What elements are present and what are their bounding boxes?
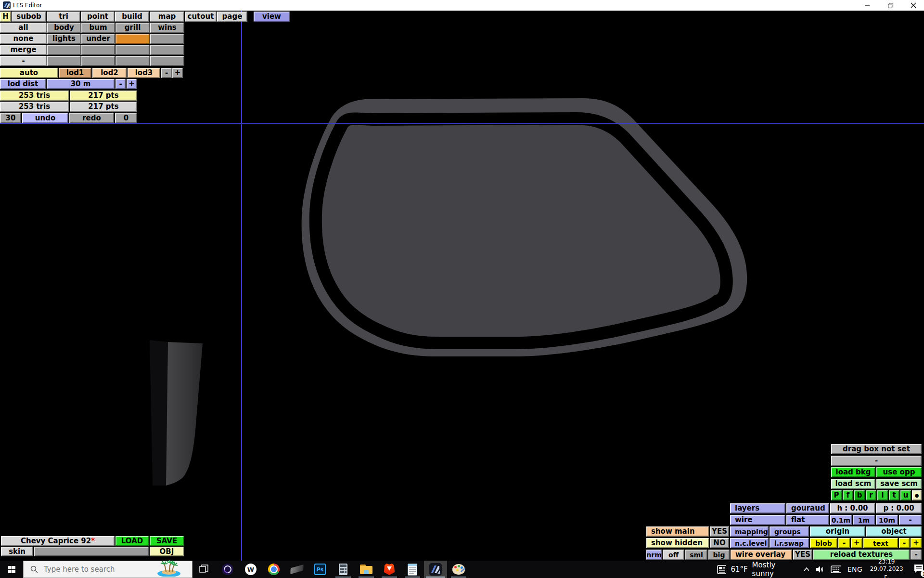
viewport-3d[interactable]	[0, 11, 924, 561]
lr-swap-button[interactable]: l.r.swap	[770, 538, 809, 548]
restore-button[interactable]	[881, 0, 900, 11]
subobj-all-button[interactable]: all	[0, 23, 47, 33]
skin-name-field[interactable]	[34, 547, 149, 556]
flat-button[interactable]: flat	[786, 515, 829, 525]
tab-build[interactable]: build	[115, 12, 149, 22]
search-input[interactable]	[43, 565, 155, 574]
task-view-button[interactable]	[192, 561, 216, 578]
origin-button[interactable]: origin	[810, 526, 865, 537]
tab-point[interactable]: point	[81, 12, 115, 22]
tab-h[interactable]: H	[0, 12, 11, 22]
text-button[interactable]: text	[863, 538, 898, 548]
view-b-button-active[interactable]: b	[854, 490, 865, 500]
lod-dist-value[interactable]: 30 m	[47, 79, 115, 89]
view-p-button[interactable]: P	[831, 490, 842, 500]
reload-minus-button[interactable]: -	[911, 550, 922, 560]
search-box[interactable]	[23, 561, 192, 578]
lod-auto-button[interactable]: auto	[0, 68, 58, 78]
subobj-grill-button[interactable]: grill	[116, 23, 150, 33]
view-t-button[interactable]: t	[889, 490, 899, 500]
save-scm-button[interactable]: save scm	[876, 479, 922, 489]
subobj-lights-button[interactable]: lights	[47, 34, 81, 44]
tab-view-active[interactable]: view	[254, 12, 290, 22]
tab-page[interactable]: page	[217, 12, 247, 22]
obj-button[interactable]: OBJ	[150, 547, 184, 556]
taskbar-app-gog[interactable]	[216, 561, 239, 578]
lod-plus-button[interactable]: +	[172, 68, 183, 78]
taskbar-app-w[interactable]: W	[239, 561, 262, 578]
subobj-body-button[interactable]: body	[47, 23, 81, 33]
language-indicator[interactable]: ENG	[847, 565, 863, 573]
merge-button[interactable]: merge	[0, 45, 47, 55]
load-button[interactable]: LOAD	[116, 536, 149, 546]
wire-overlay-value[interactable]: YES	[793, 550, 812, 560]
grid-minus-button[interactable]: -	[899, 515, 922, 525]
use-opp-button[interactable]: use opp	[876, 467, 922, 477]
blob-button[interactable]: blob	[810, 538, 837, 548]
nc-level-button[interactable]: n.c.level	[730, 538, 769, 548]
taskbar-app-notepad[interactable]	[401, 561, 424, 578]
show-main-button[interactable]: show main	[646, 526, 709, 537]
close-icon[interactable]	[904, 0, 923, 11]
tab-map[interactable]: map	[150, 12, 184, 22]
clock[interactable]: 23:19 29.07.2023 г.	[869, 558, 904, 578]
action-center-button[interactable]: 1	[913, 564, 924, 575]
redo-button[interactable]: redo	[69, 113, 114, 123]
subobj-wins-button[interactable]: wins	[150, 23, 184, 33]
tab-cutout[interactable]: cutout	[185, 12, 217, 22]
dragbox-dash-button[interactable]: -	[831, 456, 922, 466]
dash-button[interactable]: -	[0, 56, 47, 66]
hidden-icons-chevron[interactable]	[803, 567, 809, 572]
lod3-button[interactable]: lod3	[128, 68, 160, 78]
tab-tri[interactable]: tri	[47, 12, 80, 22]
undo-button[interactable]: undo	[22, 113, 68, 123]
lod-minus-button[interactable]: -	[161, 68, 172, 78]
tab-subob[interactable]: subob	[12, 12, 46, 22]
blob-plus-button[interactable]: +	[851, 538, 862, 548]
taskbar-app-calculator[interactable]	[332, 561, 355, 578]
view-u-button[interactable]: u	[900, 490, 911, 500]
blob-minus-button[interactable]: -	[838, 538, 850, 548]
subobj-none-button[interactable]: none	[0, 34, 47, 44]
wire-overlay-button[interactable]: wire overlay	[731, 550, 792, 560]
grid-10m-button[interactable]: 10m	[876, 515, 898, 525]
big-button[interactable]: big	[708, 550, 730, 560]
text-minus-button[interactable]: -	[899, 538, 910, 548]
taskbar-app-lfs-editor-active[interactable]	[424, 561, 447, 578]
groups-button[interactable]: groups	[770, 526, 809, 537]
skin-button[interactable]: skin	[1, 547, 33, 556]
volume-icon[interactable]	[816, 565, 824, 573]
view-l-button[interactable]: l	[877, 490, 888, 500]
subobj-under-button[interactable]: under	[81, 34, 115, 44]
off-button[interactable]: off	[663, 550, 684, 560]
save-button[interactable]: SAVE	[150, 536, 184, 546]
taskbar-app-paint[interactable]	[447, 561, 470, 578]
layers-button[interactable]: layers	[730, 503, 785, 513]
lod-dist-plus-button[interactable]: +	[127, 79, 137, 89]
lod2-button[interactable]: lod2	[92, 68, 127, 78]
sml-button[interactable]: sml	[685, 550, 707, 560]
load-scm-button[interactable]: load scm	[831, 479, 875, 489]
lod1-button[interactable]: lod1	[59, 68, 91, 78]
show-hidden-value[interactable]: NO	[710, 538, 729, 548]
vehicle-name-button[interactable]: Chevy Caprice 92*	[1, 536, 115, 546]
subobj-selected-button[interactable]	[116, 34, 150, 44]
wire-button[interactable]: wire	[730, 515, 785, 525]
nrm-button[interactable]: nrm	[646, 550, 662, 560]
dot-button[interactable]: ●	[912, 490, 922, 500]
subobj-bum-button[interactable]: bum	[81, 23, 115, 33]
gouraud-button[interactable]: gouraud	[786, 503, 829, 513]
taskbar-app-photoshop[interactable]: Ps	[308, 561, 332, 578]
taskbar-app-brave[interactable]	[378, 561, 401, 578]
taskbar-app-chrome[interactable]	[262, 561, 285, 578]
object-button[interactable]: object	[866, 526, 922, 537]
grid-1m-button-active[interactable]: 1m	[853, 515, 875, 525]
text-plus-button[interactable]: +	[911, 538, 922, 548]
start-button[interactable]	[0, 561, 23, 578]
view-r-button[interactable]: r	[866, 490, 876, 500]
show-main-value[interactable]: YES	[710, 526, 729, 537]
view-f-button[interactable]: f	[843, 490, 853, 500]
mappings-button[interactable]: mappings	[730, 526, 769, 537]
show-hidden-button[interactable]: show hidden	[646, 538, 709, 548]
load-bkg-button[interactable]: load bkg	[831, 467, 875, 477]
